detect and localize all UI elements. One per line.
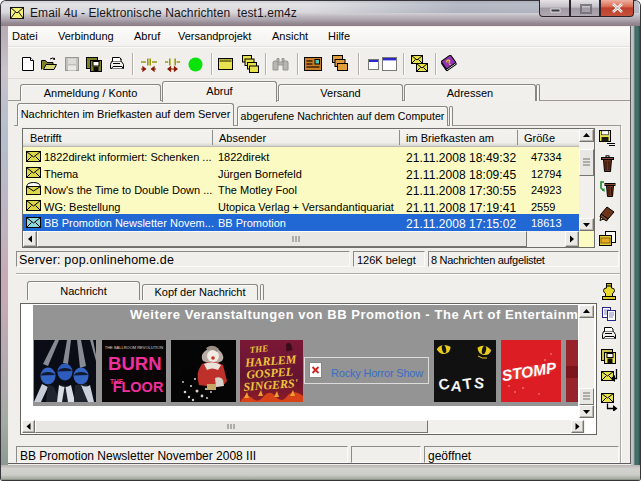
svg-text:BURN: BURN: [108, 354, 162, 373]
svg-text:FLOOR: FLOOR: [113, 379, 164, 395]
svg-text:THE: THE: [249, 343, 268, 355]
svg-text:A: A: [450, 377, 463, 395]
svg-text:THE BALLROOM REVOLUTION: THE BALLROOM REVOLUTION: [105, 345, 164, 350]
